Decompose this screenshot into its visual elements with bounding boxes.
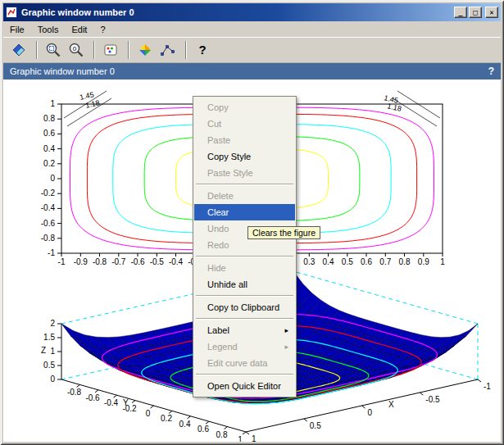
submenu-arrow-icon: ▸ <box>284 338 288 355</box>
svg-text:1.18: 1.18 <box>387 102 402 113</box>
figure-editor-button[interactable] <box>100 39 121 61</box>
export-figure-button[interactable] <box>8 39 30 61</box>
svg-text:-0.4: -0.4 <box>104 398 119 407</box>
menu-item-open-quick-editor[interactable]: Open Quick Editor <box>194 378 295 394</box>
menu-item-label: Delete <box>207 188 288 204</box>
maximize-button[interactable]: □ <box>469 7 482 18</box>
svg-text:0: 0 <box>50 375 55 384</box>
menu-item-unhide-all[interactable]: Unhide all <box>194 276 295 293</box>
minimize-button[interactable]: _ <box>454 7 467 18</box>
window-title: Graphic window number 0 <box>21 7 452 17</box>
svg-text:-0.7: -0.7 <box>111 257 126 266</box>
svg-text:0: 0 <box>73 45 77 52</box>
svg-text:?: ? <box>198 43 206 57</box>
menu-separator <box>196 184 293 185</box>
svg-text:0.5: 0.5 <box>342 257 353 266</box>
svg-text:1.5: 1.5 <box>43 333 55 342</box>
svg-text:Z: Z <box>41 346 46 355</box>
svg-text:-0.6: -0.6 <box>41 219 56 228</box>
svg-text:0.2: 0.2 <box>43 159 55 168</box>
svg-text:0: 0 <box>368 408 373 417</box>
menu-item-label: Paste Style <box>207 165 288 181</box>
datatip-icon <box>160 42 176 58</box>
toolbar-separator <box>36 41 38 59</box>
svg-text:1: 1 <box>50 99 55 108</box>
menu-item-cut: Cut <box>194 116 295 132</box>
menu-item-label: Redo <box>207 237 288 253</box>
menu-edit[interactable]: Edit <box>65 23 93 36</box>
menu-item-copy-to-clipboard[interactable]: Copy to Clipboard <box>194 299 295 316</box>
svg-text:0.4: 0.4 <box>179 420 191 429</box>
menu-tools[interactable]: Tools <box>31 23 66 36</box>
menu-item-hide: Hide <box>194 260 295 276</box>
menu-item-label: Hide <box>207 260 288 276</box>
svg-text:-0.6: -0.6 <box>130 257 145 266</box>
menu-item-label: Unhide all <box>207 276 288 293</box>
unzoom-button[interactable]: 0 <box>66 39 87 61</box>
svg-text:-0.2: -0.2 <box>41 188 56 198</box>
menu-separator <box>196 374 293 375</box>
menu-item-redo: Redo <box>194 237 295 253</box>
svg-text:0.6: 0.6 <box>198 425 209 434</box>
svg-text:0.5: 0.5 <box>310 421 321 430</box>
rotate-3d-button[interactable] <box>134 39 156 61</box>
svg-text:0.5: 0.5 <box>43 361 55 370</box>
menu-help[interactable]: ? <box>93 23 111 36</box>
menu-item-label: Open Quick Editor <box>207 378 288 394</box>
svg-text:0.2: 0.2 <box>161 414 172 423</box>
unzoom-icon: 0 <box>68 42 84 58</box>
zoom-area-button[interactable] <box>43 39 64 61</box>
svg-text:-1: -1 <box>58 257 66 266</box>
menu-item-label: Paste <box>207 132 288 148</box>
svg-text:0: 0 <box>50 174 55 183</box>
infobar-help-icon[interactable]: ? <box>488 66 494 77</box>
svg-text:1: 1 <box>440 257 445 266</box>
toolbar-separator <box>93 41 95 59</box>
svg-text:1: 1 <box>238 435 243 442</box>
svg-text:0.4: 0.4 <box>43 144 55 153</box>
export-figure-icon <box>11 42 27 58</box>
zoom-area-icon <box>45 42 61 58</box>
svg-text:0: 0 <box>146 409 151 418</box>
svg-text:0.6: 0.6 <box>361 257 372 266</box>
datatip-button[interactable] <box>157 39 179 61</box>
menu-item-label: Legend <box>207 338 284 355</box>
tooltip: Clears the figure <box>247 226 320 239</box>
scilab-icon <box>6 7 17 18</box>
svg-text:0.4: 0.4 <box>323 257 334 266</box>
menu-item-copy: Copy <box>194 99 295 116</box>
close-button[interactable]: ✕ <box>485 7 498 18</box>
help-button[interactable]: ? <box>192 39 213 61</box>
svg-text:0.6: 0.6 <box>43 129 55 138</box>
menu-separator <box>196 256 293 257</box>
svg-text:2: 2 <box>50 319 55 328</box>
svg-text:-0.5: -0.5 <box>425 395 440 404</box>
rotate-3d-icon <box>137 42 153 58</box>
menu-item-paste-style: Paste Style <box>194 165 295 181</box>
svg-text:-0.8: -0.8 <box>67 388 82 397</box>
menu-item-delete: Delete <box>194 188 295 204</box>
menu-item-paste: Paste <box>194 132 295 148</box>
menu-item-label: Copy to Clipboard <box>207 299 288 316</box>
svg-text:-0.8: -0.8 <box>41 234 56 243</box>
menu-item-label: Cut <box>207 116 288 132</box>
menu-item-label[interactable]: Label▸ <box>194 322 295 338</box>
svg-text:1: 1 <box>252 434 257 442</box>
svg-text:-0.4: -0.4 <box>41 203 56 212</box>
menu-separator <box>196 295 293 297</box>
svg-text:-0.9: -0.9 <box>74 257 89 266</box>
menu-item-label: Edit curve data <box>207 355 288 371</box>
menu-file[interactable]: File <box>3 23 31 36</box>
figure-editor-icon <box>102 42 119 58</box>
help-icon: ? <box>194 42 211 58</box>
svg-text:-0.5: -0.5 <box>150 257 165 266</box>
menu-item-label: Label <box>207 322 284 338</box>
svg-text:X: X <box>388 400 394 409</box>
menu-item-clear[interactable]: Clear <box>194 204 295 220</box>
menu-item-label: Copy <box>207 99 288 116</box>
titlebar[interactable]: Graphic window number 0 _ □ ✕ <box>3 3 501 21</box>
svg-text:-0.6: -0.6 <box>85 393 100 402</box>
toolbar-separator <box>128 41 129 59</box>
menubar: File Tools Edit ? <box>3 21 501 37</box>
menu-item-copy-style[interactable]: Copy Style <box>194 148 295 165</box>
